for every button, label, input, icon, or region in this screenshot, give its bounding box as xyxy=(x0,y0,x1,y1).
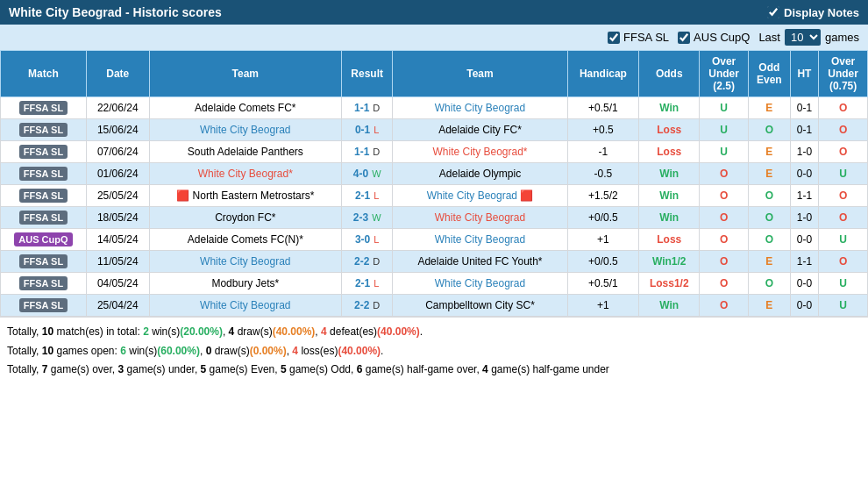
odds: Win xyxy=(639,97,700,119)
match-result[interactable]: 2-1L xyxy=(341,185,392,207)
team2[interactable]: White City Beograd 🟥 xyxy=(393,185,567,207)
match-badge: FFSA SL xyxy=(1,273,87,295)
handicap: +0.5/1 xyxy=(567,97,639,119)
match-date: 01/06/24 xyxy=(86,163,149,185)
aus-label: AUS CupQ xyxy=(694,31,750,44)
col-odd-even: OddEven xyxy=(748,51,790,97)
match-badge: FFSA SL xyxy=(1,251,87,273)
match-badge: FFSA SL xyxy=(1,163,87,185)
over-under-2: O xyxy=(819,119,868,141)
table-row: FFSA SL04/05/24Modbury Jets*2-1LWhite Ci… xyxy=(1,273,868,295)
table-row: FFSA SL25/05/24🟥 North Eastern Metrostar… xyxy=(1,185,868,207)
ffsa-checkbox[interactable] xyxy=(608,32,620,44)
team1[interactable]: Croydon FC* xyxy=(149,207,341,229)
team1[interactable]: White City Beograd xyxy=(149,119,341,141)
over-under: U xyxy=(700,97,749,119)
over-under-2: O xyxy=(819,207,868,229)
match-result[interactable]: 1-1D xyxy=(341,141,392,163)
col-team1: Team xyxy=(149,51,341,97)
team2[interactable]: White City Beograd xyxy=(393,273,567,295)
odds: Loss xyxy=(639,141,700,163)
ht-score: 0-0 xyxy=(790,273,819,295)
odds: Loss xyxy=(639,229,700,251)
match-badge: FFSA SL xyxy=(1,97,87,119)
team2[interactable]: White City Beograd xyxy=(393,97,567,119)
match-result[interactable]: 2-2D xyxy=(341,251,392,273)
match-result[interactable]: 2-1L xyxy=(341,273,392,295)
odd-even: O xyxy=(748,207,790,229)
ht-score: 1-1 xyxy=(790,185,819,207)
aus-checkbox[interactable] xyxy=(678,32,690,44)
team2[interactable]: Adelaide City FC* xyxy=(393,119,567,141)
team1[interactable]: Modbury Jets* xyxy=(149,273,341,295)
ht-score: 0-0 xyxy=(790,163,819,185)
match-date: 07/06/24 xyxy=(86,141,149,163)
col-over-under: OverUnder(2.5) xyxy=(700,51,749,97)
odd-even: E xyxy=(748,141,790,163)
last-label: Last xyxy=(758,31,780,44)
summary-line1: Totally, 10 match(es) in total: 2 win(s)… xyxy=(7,323,861,342)
odds: Win xyxy=(639,185,700,207)
games-label: games xyxy=(825,31,859,44)
team1[interactable]: White City Beograd xyxy=(149,295,341,317)
team1[interactable]: White City Beograd xyxy=(149,251,341,273)
match-result[interactable]: 2-2D xyxy=(341,295,392,317)
col-over-under2: OverUnder(0.75) xyxy=(819,51,868,97)
match-result[interactable]: 4-0W xyxy=(341,163,392,185)
over-under-2: O xyxy=(819,251,868,273)
table-row: FFSA SL01/06/24White City Beograd*4-0WAd… xyxy=(1,163,868,185)
team1[interactable]: Adelaide Comets FC(N)* xyxy=(149,229,341,251)
handicap: +1 xyxy=(567,229,639,251)
ht-score: 1-1 xyxy=(790,251,819,273)
odd-even: O xyxy=(748,273,790,295)
match-date: 14/05/24 xyxy=(86,229,149,251)
ht-score: 0-1 xyxy=(790,97,819,119)
team2[interactable]: Adelaide Olympic xyxy=(393,163,567,185)
match-badge: FFSA SL xyxy=(1,295,87,317)
handicap: +0.5 xyxy=(567,119,639,141)
team2[interactable]: White City Beograd xyxy=(393,207,567,229)
match-date: 25/05/24 xyxy=(86,185,149,207)
odds: Win xyxy=(639,163,700,185)
display-notes-container: Display Notes xyxy=(767,6,859,19)
match-date: 15/06/24 xyxy=(86,119,149,141)
over-under: U xyxy=(700,141,749,163)
display-notes-checkbox[interactable] xyxy=(767,6,779,18)
handicap: +1.5/2 xyxy=(567,185,639,207)
team1[interactable]: South Adelaide Panthers xyxy=(149,141,341,163)
match-result[interactable]: 2-3W xyxy=(341,207,392,229)
team2[interactable]: Adelaide United FC Youth* xyxy=(393,251,567,273)
over-under: O xyxy=(700,207,749,229)
ht-score: 0-0 xyxy=(790,229,819,251)
handicap: -1 xyxy=(567,141,639,163)
team1[interactable]: White City Beograd* xyxy=(149,163,341,185)
match-result[interactable]: 0-1L xyxy=(341,119,392,141)
over-under: U xyxy=(700,119,749,141)
over-under-2: O xyxy=(819,185,868,207)
team2[interactable]: White City Beograd xyxy=(393,229,567,251)
match-result[interactable]: 1-1D xyxy=(341,97,392,119)
team1[interactable]: Adelaide Comets FC* xyxy=(149,97,341,119)
match-date: 22/06/24 xyxy=(86,97,149,119)
odd-even: E xyxy=(748,251,790,273)
summary-section: Totally, 10 match(es) in total: 2 win(s)… xyxy=(0,317,868,385)
over-under-2: O xyxy=(819,97,868,119)
match-date: 11/05/24 xyxy=(86,251,149,273)
match-date: 04/05/24 xyxy=(86,273,149,295)
handicap: +0/0.5 xyxy=(567,251,639,273)
over-under-2: U xyxy=(819,295,868,317)
ffsa-filter: FFSA SL xyxy=(608,31,669,44)
over-under-2: U xyxy=(819,273,868,295)
odd-even: O xyxy=(748,185,790,207)
team1[interactable]: 🟥 North Eastern Metrostars* xyxy=(149,185,341,207)
match-badge: FFSA SL xyxy=(1,141,87,163)
last-games-filter: Last 5 10 15 20 25 30 games xyxy=(758,29,859,46)
handicap: +0/0.5 xyxy=(567,207,639,229)
odds: Loss1/2 xyxy=(639,273,700,295)
team2[interactable]: White City Beograd* xyxy=(393,141,567,163)
table-row: FFSA SL15/06/24White City Beograd0-1LAde… xyxy=(1,119,868,141)
match-result[interactable]: 3-0L xyxy=(341,229,392,251)
handicap: +0.5/1 xyxy=(567,273,639,295)
last-games-select[interactable]: 5 10 15 20 25 30 xyxy=(785,29,821,46)
team2[interactable]: Campbelltown City SC* xyxy=(393,295,567,317)
